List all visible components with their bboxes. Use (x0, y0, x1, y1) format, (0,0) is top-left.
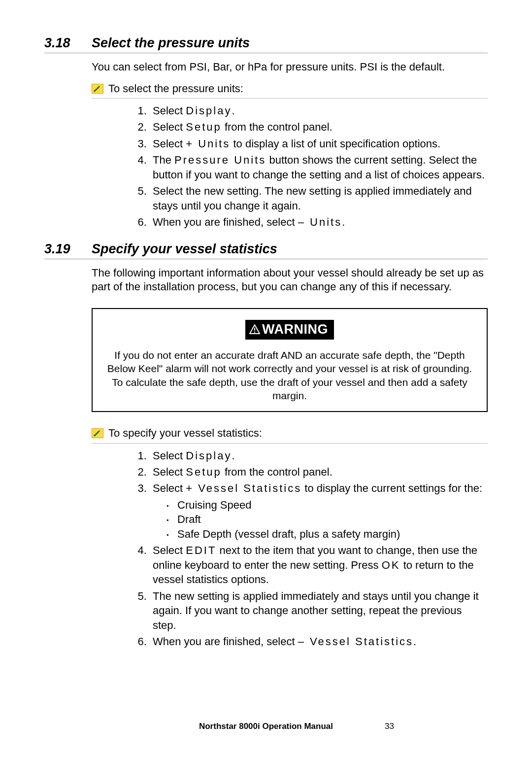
task-label: To specify your vessel statistics: (108, 427, 262, 440)
warning-text: If you do not enter an accurate draft AN… (103, 348, 476, 402)
footer-title: Northstar 8000i Operation Manual (199, 722, 333, 731)
step: Select Setup from the control panel. (150, 465, 488, 479)
steps-list: Select Display. Select Setup from the co… (92, 448, 488, 649)
pencil-icon (92, 428, 103, 438)
steps-list: Select Display. Select Setup from the co… (92, 104, 488, 230)
sub-item: Safe Depth (vessel draft, plus a safety … (166, 527, 488, 541)
step: Select + Units to display a list of unit… (150, 137, 488, 151)
section-title: Select the pressure units (92, 35, 250, 51)
task-header: To select the pressure units: (92, 81, 488, 99)
section-heading-318: 3.18 Select the pressure units (44, 35, 488, 53)
step: The Pressure Units button shows the curr… (150, 153, 488, 182)
section-title: Specify your vessel statistics (92, 242, 277, 257)
step: Select Display. (150, 104, 488, 118)
sub-list: Cruising Speed Draft Safe Depth (vessel … (153, 498, 488, 541)
sub-item: Draft (166, 512, 488, 526)
pencil-icon (92, 84, 103, 94)
page-footer: Northstar 8000i Operation Manual 33 (0, 722, 532, 731)
step: Select Setup from the control panel. (150, 120, 488, 134)
step: Select EDIT next to the item that you wa… (150, 543, 488, 586)
step: When you are finished, select – Units. (150, 215, 488, 229)
task-label: To select the pressure units: (108, 82, 243, 95)
sub-item: Cruising Speed (166, 498, 488, 512)
section-intro: You can select from PSI, Bar, or hPa for… (92, 60, 488, 74)
warning-label: WARNING (245, 320, 334, 340)
task-header: To specify your vessel statistics: (92, 426, 488, 443)
step: The new setting is applied immediately a… (150, 589, 488, 632)
step: Select + Vessel Statistics to display th… (150, 481, 488, 541)
step: Select Display. (150, 448, 488, 463)
section-heading-319: 3.19 Specify your vessel statistics (44, 242, 488, 259)
section-number: 3.18 (44, 35, 92, 51)
section-intro: The following important information abou… (92, 266, 488, 294)
svg-point-1 (254, 332, 256, 333)
warning-box: WARNING If you do not enter an accurate … (92, 308, 488, 412)
section-number: 3.19 (44, 242, 92, 257)
step: When you are finished, select – Vessel S… (150, 634, 488, 649)
step: Select the new setting. The new setting … (150, 184, 488, 213)
page-number: 33 (385, 722, 394, 731)
warning-icon (249, 322, 260, 338)
